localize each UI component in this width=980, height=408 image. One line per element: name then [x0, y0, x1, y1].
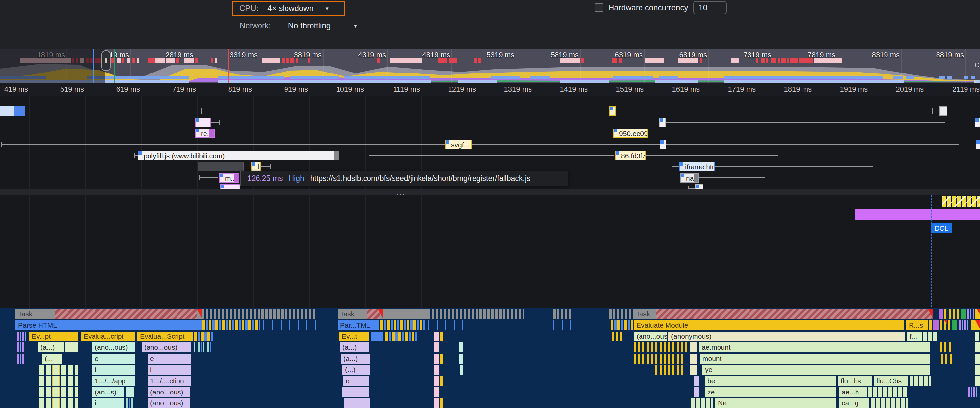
- flame-frame-mount[interactable]: mount: [700, 354, 930, 363]
- flame-frame[interactable]: [939, 309, 943, 319]
- flame-frame--ano-ous-[interactable]: (ano...ous): [148, 398, 190, 408]
- flame-frame--ano-ous-[interactable]: (ano...ous): [148, 387, 190, 397]
- flame-frame[interactable]: [55, 309, 197, 319]
- flame-frame-parse-html[interactable]: Parse HTML: [16, 320, 202, 330]
- network-request[interactable]: m...: [219, 173, 239, 183]
- flame-frame[interactable]: [342, 387, 369, 397]
- flame-frame-1-app[interactable]: 1.../.../app: [92, 376, 135, 386]
- flame-frame[interactable]: [126, 398, 134, 408]
- flame-frame[interactable]: [17, 354, 25, 363]
- flame-frame-flu-cbs[interactable]: flu...Cbs: [873, 376, 908, 386]
- flame-frame[interactable]: [39, 365, 78, 375]
- network-request[interactable]: [660, 140, 666, 149]
- flame-frame[interactable]: [434, 398, 439, 408]
- flame-frame[interactable]: [967, 309, 974, 319]
- flame-frame[interactable]: [961, 309, 966, 319]
- flame-frame[interactable]: [690, 354, 697, 363]
- flame-frame-i[interactable]: i: [148, 365, 191, 375]
- flame-frame[interactable]: [428, 309, 523, 319]
- flame-frame[interactable]: [634, 343, 690, 352]
- flame-frame[interactable]: [694, 387, 699, 397]
- flame-frame--anonymous-[interactable]: (anonymous): [668, 332, 905, 341]
- flame-frame-ae-mount[interactable]: ae.mount: [699, 343, 930, 352]
- flame-frame-i[interactable]: i: [92, 398, 124, 408]
- flame-frame[interactable]: [975, 343, 980, 352]
- network-request[interactable]: svgf...: [445, 140, 472, 149]
- network-track-resizer[interactable]: …: [0, 189, 980, 196]
- flame-frame[interactable]: [553, 309, 573, 319]
- flame-frame-ev-t[interactable]: Ev...t: [339, 332, 369, 341]
- flame-frame[interactable]: [440, 398, 442, 408]
- flame-frame[interactable]: [975, 376, 980, 386]
- flame-frame[interactable]: [39, 398, 78, 408]
- flame-frame[interactable]: [952, 320, 957, 330]
- flame-frame-par-tml[interactable]: Par...TML: [337, 320, 379, 330]
- flame-frame[interactable]: [385, 332, 417, 341]
- flame-frame[interactable]: [39, 387, 78, 397]
- flame-frame[interactable]: [945, 309, 959, 319]
- flame-frame--a-[interactable]: (a...): [38, 343, 64, 352]
- network-request[interactable]: [659, 118, 665, 127]
- flame-frame[interactable]: [656, 309, 933, 319]
- flame-frame[interactable]: [933, 320, 939, 330]
- network-request[interactable]: polyfill.js (www.bilibili.com): [138, 151, 339, 160]
- flame-frame-1-ction[interactable]: 1.../....ction: [148, 376, 191, 386]
- flame-frame-flu-bs[interactable]: flu...bs: [838, 376, 872, 386]
- flame-frame[interactable]: [344, 398, 371, 408]
- flame-frame--a-[interactable]: (a...): [340, 343, 369, 352]
- flame-frame[interactable]: [65, 343, 78, 352]
- flame-frame[interactable]: [440, 376, 442, 386]
- flame-frame-evalua-cript[interactable]: Evalua...cript: [81, 332, 135, 341]
- flame-frame[interactable]: [923, 332, 938, 341]
- flame-frame[interactable]: [194, 332, 213, 341]
- flame-frame[interactable]: [434, 376, 439, 386]
- flame-frame[interactable]: [929, 320, 932, 330]
- flame-frame[interactable]: [202, 309, 316, 319]
- flame-frame[interactable]: [460, 343, 463, 352]
- network-request[interactable]: nav ...: [680, 173, 699, 183]
- flame-frame-e[interactable]: e: [148, 354, 191, 363]
- flame-frame[interactable]: [17, 332, 26, 341]
- flame-frame[interactable]: [194, 343, 211, 352]
- flame-frame[interactable]: [434, 365, 439, 375]
- network-request[interactable]: [198, 162, 244, 171]
- flame-frame-ca-g[interactable]: ca...g: [839, 398, 869, 408]
- flame-frame[interactable]: [553, 320, 571, 330]
- network-request[interactable]: [609, 107, 616, 116]
- flame-frame[interactable]: [634, 354, 683, 363]
- network-request[interactable]: [0, 107, 14, 116]
- flame-frame[interactable]: [975, 332, 979, 341]
- network-request[interactable]: [940, 107, 947, 116]
- flame-frame-ae-h[interactable]: ae...h: [839, 387, 867, 397]
- flame-frame-ev-pt[interactable]: Ev...pt: [29, 332, 78, 341]
- flame-frame--[interactable]: (...): [342, 365, 370, 375]
- flame-frame[interactable]: [380, 320, 425, 330]
- flame-frame[interactable]: [691, 398, 713, 408]
- flame-frame[interactable]: [655, 365, 683, 375]
- flame-frame[interactable]: [434, 354, 439, 363]
- flame-frame[interactable]: [941, 354, 953, 363]
- flame-frame[interactable]: [975, 365, 980, 375]
- network-request[interactable]: 950.ee096.f...: [613, 129, 648, 138]
- flame-frame-i[interactable]: i: [92, 365, 135, 375]
- flame-frame-r-s[interactable]: R...s: [906, 320, 928, 330]
- network-request[interactable]: 86.fd3f7.f...: [615, 151, 646, 160]
- flame-frame-ne[interactable]: Ne: [715, 398, 836, 408]
- flame-frame[interactable]: [434, 387, 439, 397]
- network-request[interactable]: [195, 118, 211, 127]
- flame-frame[interactable]: [202, 320, 260, 330]
- flame-frame[interactable]: [440, 332, 442, 341]
- flame-frame[interactable]: [366, 309, 380, 319]
- flame-frame[interactable]: [460, 354, 463, 363]
- flame-frame[interactable]: [460, 365, 463, 375]
- flame-frame[interactable]: [612, 332, 625, 341]
- flame-frame-f-[interactable]: f...: [907, 332, 922, 341]
- flame-frame[interactable]: [910, 376, 931, 386]
- flame-frame[interactable]: [959, 320, 968, 330]
- flame-frame--[interactable]: (...: [42, 354, 62, 363]
- main-thread-flamechart[interactable]: TaskParse HTMLEv...ptEvalua...criptEvalu…: [0, 308, 980, 408]
- network-throttle-select[interactable]: Network: No throttling ▼: [232, 18, 358, 33]
- flame-frame-e[interactable]: e: [92, 354, 135, 363]
- flame-frame-evalua-script[interactable]: Evalua...Script: [137, 332, 192, 341]
- flame-frame--ano-ous-[interactable]: (ano...ous): [634, 332, 667, 341]
